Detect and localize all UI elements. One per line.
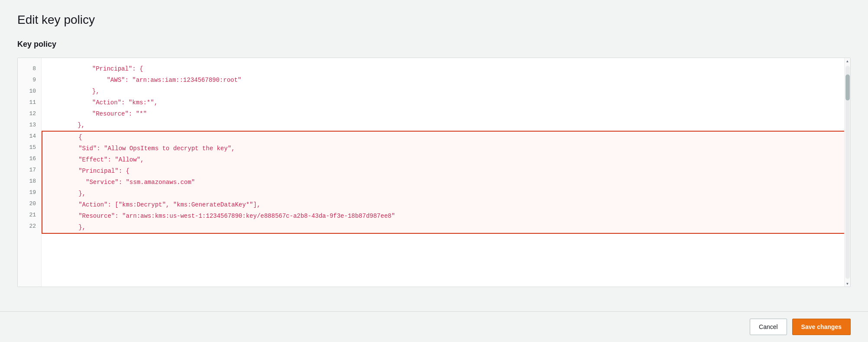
line-number: 17	[18, 165, 41, 176]
line-number: 20	[18, 198, 41, 210]
line-number: 18	[18, 176, 41, 187]
code-line: "Sid": "Allow OpsItems to decrypt the ke…	[42, 143, 850, 154]
code-line: "Action": ["kms:Decrypt", "kms:GenerateD…	[42, 199, 850, 210]
line-numbers: 8910111213141516171819202122	[18, 58, 42, 287]
line-number: 12	[18, 108, 41, 119]
code-line: "Resource": "*"	[42, 108, 850, 119]
line-number: 8	[18, 63, 41, 74]
scrollbar-arrow-down[interactable]: ▼	[845, 281, 851, 287]
code-line: "Action": "kms:*",	[42, 97, 850, 108]
line-number: 10	[18, 86, 41, 97]
line-number: 9	[18, 74, 41, 86]
scrollbar-track[interactable]	[845, 66, 850, 279]
code-line: {	[42, 131, 850, 143]
line-number: 14	[18, 131, 41, 142]
line-number: 19	[18, 187, 41, 198]
save-changes-button[interactable]: Save changes	[792, 319, 851, 335]
code-editor: 8910111213141516171819202122 "Principal"…	[18, 58, 850, 287]
code-line: "AWS": "arn:aws:iam::1234567890:root"	[42, 74, 850, 86]
main-content: Edit key policy Key policy 8910111213141…	[0, 0, 868, 311]
code-line: "Resource": "arn:aws:kms:us-west-1:12345…	[42, 210, 850, 222]
page-container: Edit key policy Key policy 8910111213141…	[0, 0, 868, 342]
line-number: 11	[18, 97, 41, 108]
line-number: 15	[18, 142, 41, 153]
line-number: 22	[18, 221, 41, 232]
line-number: 13	[18, 119, 41, 131]
page-title: Edit key policy	[17, 13, 851, 27]
scrollbar-thumb[interactable]	[845, 74, 850, 100]
line-number: 16	[18, 153, 41, 165]
footer: Cancel Save changes	[0, 311, 868, 342]
cancel-button[interactable]: Cancel	[750, 319, 787, 335]
line-number: 21	[18, 210, 41, 221]
code-line: },	[42, 222, 850, 234]
code-line: },	[42, 188, 850, 199]
scrollbar-arrow-up[interactable]: ▲	[845, 58, 851, 64]
code-content[interactable]: "Principal": { "AWS": "arn:aws:iam::1234…	[42, 58, 850, 287]
section-title: Key policy	[17, 40, 851, 49]
code-line: "Principal": {	[42, 63, 850, 74]
code-line: "Effect": "Allow",	[42, 154, 850, 165]
code-line: "Principal": {	[42, 165, 850, 177]
code-line: "Service": "ssm.amazonaws.com"	[42, 177, 850, 188]
scrollbar-area[interactable]: ▲ ▼	[844, 58, 850, 287]
code-line: },	[42, 119, 850, 131]
code-editor-container[interactable]: 8910111213141516171819202122 "Principal"…	[17, 58, 851, 287]
code-line: },	[42, 86, 850, 97]
